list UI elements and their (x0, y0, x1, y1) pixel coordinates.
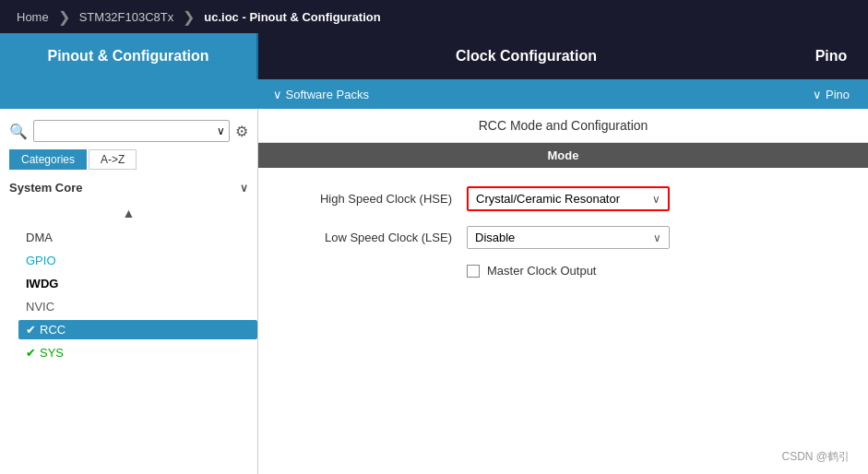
mode-header: Mode (258, 143, 868, 168)
sub-tabs-bar: ∨ Software Packs ∨ Pino (0, 79, 868, 109)
breadcrumb-sep-2: ❯ (183, 8, 195, 26)
search-icon: 🔍 (9, 123, 28, 140)
low-speed-row: Low Speed Clock (LSE) Disable ∨ (286, 226, 840, 249)
high-speed-row: High Speed Clock (HSE) Crystal/Ceramic R… (286, 186, 840, 211)
low-speed-chevron-icon: ∨ (653, 231, 661, 244)
low-speed-label: Low Speed Clock (LSE) (286, 231, 452, 244)
sidebar-search-row: 🔍 ∨ ⚙ (0, 116, 257, 146)
high-speed-select[interactable]: Crystal/Ceramic Resonator ∨ (467, 186, 670, 211)
rcc-check-icon: ✔ (26, 323, 36, 337)
search-chevron-icon: ∨ (217, 124, 225, 137)
master-clock-label: Master Clock Output (487, 264, 597, 278)
main-panel: RCC Mode and Configuration Mode High Spe… (258, 109, 868, 474)
sidebar-section-system-core: System Core ∨ (0, 177, 257, 202)
filter-tabs: Categories A->Z (0, 149, 257, 170)
sidebar: 🔍 ∨ ⚙ Categories A->Z System Core (0, 109, 258, 474)
breadcrumb-sep-1: ❯ (58, 8, 70, 26)
rcc-mode-title: RCC Mode and Configuration (258, 109, 868, 143)
low-speed-select[interactable]: Disable ∨ (467, 226, 670, 249)
section-header[interactable]: System Core ∨ (9, 181, 248, 195)
breadcrumb-device[interactable]: STM32F103C8Tx (72, 10, 182, 24)
scroll-up-arrow[interactable]: ▲ (0, 202, 257, 224)
high-speed-value: Crystal/Ceramic Resonator (476, 192, 620, 206)
gear-icon[interactable]: ⚙ (235, 123, 248, 140)
sidebar-item-gpio[interactable]: GPIO (18, 251, 257, 270)
watermark: CSDN @鹤引 (781, 449, 850, 465)
master-clock-checkbox[interactable] (467, 265, 480, 278)
sidebar-item-nvic[interactable]: NVIC (18, 297, 257, 316)
main-layout: Pinout & Configuration Clock Configurati… (0, 33, 868, 474)
sidebar-item-dma[interactable]: DMA (18, 228, 257, 247)
top-tabs: Pinout & Configuration Clock Configurati… (0, 33, 868, 79)
filter-tab-categories[interactable]: Categories (9, 149, 87, 170)
content-area: 🔍 ∨ ⚙ Categories A->Z System Core (0, 109, 868, 474)
high-speed-chevron-icon: ∨ (652, 193, 660, 206)
section-chevron-icon: ∨ (240, 182, 248, 195)
search-dropdown[interactable]: ∨ (33, 120, 230, 142)
breadcrumb: Home ❯ STM32F103C8Tx ❯ uc.ioc - Pinout &… (0, 0, 868, 33)
breadcrumb-current: uc.ioc - Pinout & Configuration (196, 10, 387, 24)
tab-clock[interactable]: Clock Configuration (258, 33, 794, 79)
sub-tab-software-packs[interactable]: ∨ Software Packs (258, 88, 384, 101)
sidebar-item-rcc[interactable]: ✔ RCC (18, 320, 257, 339)
low-speed-value: Disable (475, 231, 515, 244)
sys-check-icon: ✔ (26, 346, 36, 360)
master-clock-row: Master Clock Output (286, 264, 840, 278)
high-speed-label: High Speed Clock (HSE) (286, 192, 452, 206)
tab-extra[interactable]: Pino (794, 33, 868, 79)
sidebar-item-sys[interactable]: ✔ SYS (18, 343, 257, 362)
tab-pinout[interactable]: Pinout & Configuration (0, 33, 258, 79)
section-label: System Core (9, 181, 82, 195)
sidebar-items-list: DMA GPIO IWDG NVIC ✔ RCC ✔ SYS (0, 228, 257, 362)
mode-content: High Speed Clock (HSE) Crystal/Ceramic R… (258, 168, 868, 296)
filter-tab-az[interactable]: A->Z (89, 149, 137, 170)
breadcrumb-home[interactable]: Home (9, 10, 56, 24)
sub-tab-pino[interactable]: ∨ Pino (798, 88, 868, 101)
sidebar-item-iwdg[interactable]: IWDG (18, 274, 257, 293)
up-arrow-icon: ▲ (123, 206, 136, 220)
